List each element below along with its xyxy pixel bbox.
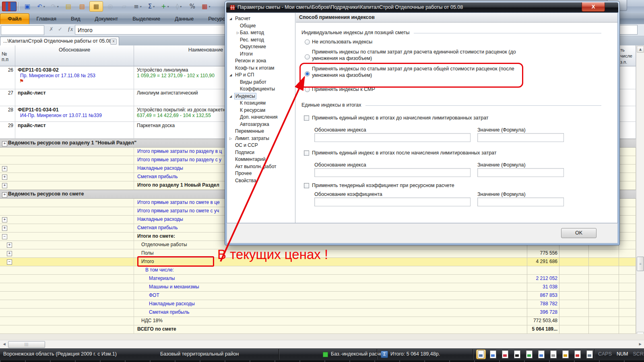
tree-collapsed-icon[interactable]: ▷	[229, 135, 234, 142]
tree-item-8[interactable]: ◢НР и СП	[227, 72, 295, 79]
summary-row[interactable]: ВСЕГО по смете5 064 189...	[0, 325, 644, 334]
dropdown-caret-icon[interactable]: ▾	[180, 5, 182, 8]
summary-row[interactable]: В том числе:	[0, 266, 644, 275]
menu-document[interactable]: Документ	[88, 14, 126, 24]
tree-expanded-icon[interactable]: ◢	[229, 72, 234, 78]
checkbox-icon[interactable]	[304, 150, 309, 156]
radio-icon[interactable]	[305, 71, 310, 76]
tree-item-16[interactable]: Переменные	[227, 128, 295, 135]
checkbox-icon[interactable]	[304, 115, 309, 121]
expander-icon[interactable]: +	[2, 183, 7, 188]
save-icon[interactable]: ▣	[21, 2, 34, 11]
summary-row[interactable]: ФОТ867 853	[0, 292, 644, 300]
expander-icon[interactable]: +	[2, 192, 7, 197]
tree-item-18[interactable]: ОС и ССР	[227, 142, 295, 149]
scroll-right-icon[interactable]: ▶	[637, 341, 644, 348]
tree-item-14[interactable]: Доп. начисления	[227, 114, 295, 121]
value-formula-input[interactable]	[477, 197, 564, 206]
object-estimate-icon[interactable]	[488, 350, 498, 359]
tab-close-icon[interactable]: x	[110, 39, 117, 45]
expander-icon[interactable]: +	[2, 166, 7, 171]
act-ks2-icon[interactable]	[524, 350, 534, 359]
redo-icon[interactable]: ↷▾	[48, 2, 61, 11]
search-icon[interactable]: ◎	[104, 2, 117, 11]
summary-row[interactable]: +Полы775 556	[0, 249, 644, 258]
position-doc-link[interactable]: Пр. Минрегион от 17.11.08 № 253	[18, 73, 134, 78]
function-icon[interactable]: ƒx	[68, 26, 73, 33]
dialog-title-bar[interactable]: Параметры сметы - Мои сметы\Бобров\Подря…	[226, 2, 618, 12]
vertical-scrollbar[interactable]: ▲ ≡ ▼	[636, 45, 644, 339]
expander-icon[interactable]: +	[2, 217, 7, 222]
import-folder-icon[interactable]: ▧	[76, 2, 89, 11]
tree-item-10[interactable]: Коэффициенты	[227, 86, 295, 93]
tree-item-23[interactable]: Свойства	[227, 177, 295, 185]
summary-row[interactable]: НДС 18%772 503,48	[0, 317, 644, 325]
menu-file[interactable]: Файл	[0, 13, 29, 24]
expander-icon[interactable]: +	[2, 226, 7, 231]
justification-input[interactable]	[314, 197, 471, 206]
tree-item-22[interactable]: Прочее	[227, 170, 295, 177]
tree-item-20[interactable]: Комментарий	[227, 156, 295, 163]
tree-item-6[interactable]: Регион и зона	[227, 58, 295, 65]
expander-icon[interactable]: −	[7, 259, 12, 265]
menu-home[interactable]: Главная	[29, 14, 64, 24]
justification-input[interactable]	[314, 133, 471, 142]
position-doc-link[interactable]: И4-Пр. Минрегион от 13.07.11 №339	[18, 113, 134, 118]
sum-icon[interactable]: Σ▾	[145, 2, 158, 11]
tree-expanded-icon[interactable]: ◢	[229, 15, 234, 22]
scroll-left-icon[interactable]: ◀	[1, 341, 8, 348]
measure-sheet-icon[interactable]	[585, 350, 594, 359]
tree-item-21[interactable]: Акт выполн. работ	[227, 163, 295, 171]
tree-item-3[interactable]: Рес. метод	[227, 37, 295, 44]
list-icon[interactable]: ≡▾	[131, 2, 144, 11]
cost-summary-icon[interactable]	[561, 350, 570, 359]
accept-icon[interactable]: ✓	[58, 26, 62, 32]
tree-item-2[interactable]: ▷Баз. метод	[227, 29, 295, 37]
dialog-close-button[interactable]: X	[582, 2, 605, 12]
menu-selection[interactable]: Выделение	[125, 14, 167, 24]
expander-icon[interactable]: +	[2, 175, 7, 180]
radio-icon[interactable]	[305, 87, 310, 92]
radio-icon[interactable]	[305, 54, 310, 60]
tree-item-19[interactable]: Подписи	[227, 149, 295, 156]
ok-button[interactable]: OK	[561, 228, 597, 238]
summary-row[interactable]: −Итого4 291 686	[0, 258, 644, 266]
tree-item-11[interactable]: ◢Индексы	[227, 93, 295, 100]
open-book-icon[interactable]: ▤	[62, 2, 75, 11]
dropdown-caret-icon[interactable]: ▾	[209, 5, 211, 8]
app-logo-icon[interactable]	[2, 2, 17, 11]
radio-icon[interactable]	[305, 39, 310, 45]
add-icon[interactable]: +▾	[159, 2, 171, 11]
dropdown-caret-icon[interactable]: ▾	[57, 5, 59, 8]
menu-view[interactable]: Вид	[64, 14, 88, 24]
tree-item-15[interactable]: Автозагрузка	[227, 121, 295, 128]
undo-icon[interactable]: ↶▾	[35, 2, 47, 11]
form-view-icon[interactable]: ▦	[89, 1, 103, 12]
tree-item-4[interactable]: Округление	[227, 43, 295, 51]
local-estimate-icon[interactable]	[476, 350, 486, 359]
np-document-icon[interactable]	[537, 350, 546, 359]
dropdown-caret-icon[interactable]: ▾	[167, 5, 169, 8]
dropdown-caret-icon[interactable]: ▾	[153, 5, 155, 8]
percent-icon[interactable]: %	[186, 2, 199, 11]
cell-name-box[interactable]	[1, 25, 44, 35]
summary-row[interactable]: Сметная прибыль396 728	[0, 309, 644, 317]
tree-item-12[interactable]: К позициям	[227, 100, 295, 107]
expander-icon[interactable]: +	[7, 251, 12, 256]
expander-icon[interactable]: +	[2, 141, 7, 146]
value-formula-input[interactable]	[477, 133, 564, 142]
dropdown-caret-icon[interactable]: ▾	[43, 5, 45, 8]
justification-input[interactable]	[314, 168, 471, 177]
horizontal-scroll-thumb[interactable]: |||	[8, 341, 45, 348]
defect-sheet-icon[interactable]	[549, 350, 558, 359]
tree-item-7[interactable]: Коэф-ты к итогам	[227, 65, 295, 72]
expander-icon[interactable]: +	[7, 243, 12, 248]
summary-row[interactable]: Накладные расходы788 782	[0, 300, 644, 309]
scroll-up-icon[interactable]: ▲	[637, 46, 644, 53]
index-report-icon[interactable]	[573, 350, 582, 359]
summary-row[interactable]: Машины и механизмы31 038	[0, 283, 644, 292]
expander-icon[interactable]: −	[2, 234, 7, 239]
dropdown-caret-icon[interactable]: ▾	[140, 5, 142, 8]
tree-item-5[interactable]: Итоги	[227, 51, 295, 58]
document-tab[interactable]: ...\КапиталСтрой Отделочные работы от 05…	[0, 37, 119, 45]
